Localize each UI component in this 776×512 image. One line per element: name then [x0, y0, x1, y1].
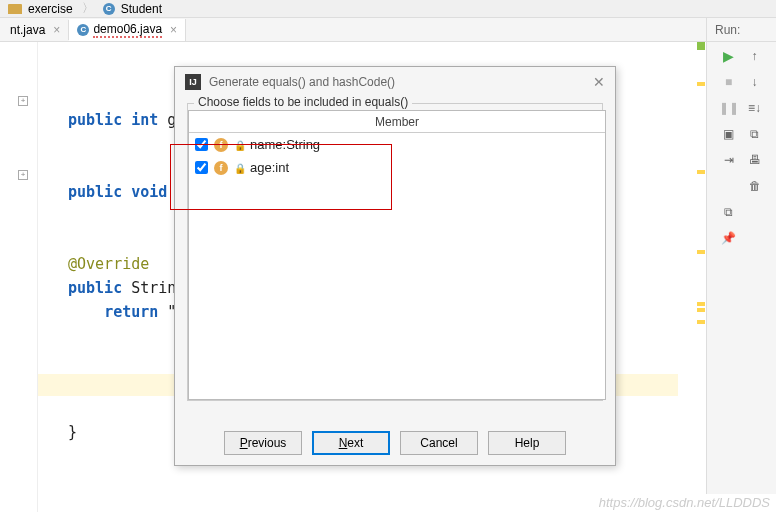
previous-button[interactable]: Previous [224, 431, 302, 455]
lock-icon: 🔒 [234, 140, 244, 150]
keyword: public void [68, 183, 167, 201]
tab-nt-java[interactable]: nt.java × [2, 20, 69, 40]
keyword: public int [68, 111, 158, 129]
fields-fieldset: Choose fields to be included in equals()… [187, 103, 603, 401]
camera-icon[interactable]: ▣ [721, 126, 737, 142]
field-label: age:int [250, 160, 289, 175]
close-icon[interactable]: × [53, 23, 60, 37]
fieldset-label: Choose fields to be included in equals() [194, 95, 412, 109]
run-header: Run: [707, 18, 776, 42]
tab-demo06-java[interactable]: C demo06.java × [69, 19, 186, 41]
trash-icon[interactable]: 🗑 [747, 178, 763, 194]
pause-icon[interactable]: ❚❚ [721, 100, 737, 116]
layout-icon[interactable]: ⧉ [747, 126, 763, 142]
exit-icon[interactable]: ⇥ [721, 152, 737, 168]
down-icon[interactable]: ↓ [747, 74, 763, 90]
field-row-age[interactable]: f 🔒 age:int [189, 156, 605, 179]
breadcrumb-separator: 〉 [82, 0, 94, 17]
breadcrumb-folder[interactable]: exercise [28, 2, 73, 16]
warning-marker[interactable] [697, 170, 705, 174]
editor-tabs: nt.java × C demo06.java × [0, 18, 776, 42]
help-button[interactable]: Help [488, 431, 566, 455]
breadcrumb-class[interactable]: Student [121, 2, 162, 16]
pin-icon[interactable]: 📌 [721, 230, 737, 246]
warning-marker[interactable] [697, 82, 705, 86]
warning-marker[interactable] [697, 302, 705, 306]
gutter: + + [0, 42, 38, 512]
code-editor[interactable]: public int g public void @Override publi… [38, 42, 176, 512]
dialog-body: Choose fields to be included in equals()… [175, 97, 615, 407]
generate-equals-hashcode-dialog: IJ Generate equals() and hashCode() ✕ Ch… [174, 66, 616, 466]
status-marker-ok[interactable] [697, 42, 705, 50]
field-checkbox[interactable] [195, 138, 208, 151]
class-icon: C [77, 24, 89, 36]
field-badge-icon: f [214, 161, 228, 175]
next-button[interactable]: Next [312, 431, 390, 455]
field-badge-icon: f [214, 138, 228, 152]
fold-icon[interactable]: + [18, 96, 28, 106]
field-checkbox[interactable] [195, 161, 208, 174]
settings-icon[interactable]: ⧉ [721, 204, 737, 220]
keyword: return [104, 303, 158, 321]
close-icon[interactable]: × [170, 23, 177, 37]
warning-marker[interactable] [697, 250, 705, 254]
stop-disabled-icon[interactable]: ■ [721, 74, 737, 90]
intellij-icon: IJ [185, 74, 201, 90]
folder-icon [8, 4, 22, 14]
run-icon[interactable]: ▶ [721, 48, 737, 64]
dialog-footer: Previous Next Cancel Help [175, 431, 615, 455]
run-title: Run: [715, 23, 740, 37]
fold-icon[interactable]: + [18, 170, 28, 180]
keyword: public [68, 279, 122, 297]
field-label: name:String [250, 137, 320, 152]
error-stripe [694, 42, 706, 492]
tab-label: nt.java [10, 23, 45, 37]
dialog-title-text: Generate equals() and hashCode() [209, 75, 395, 89]
warning-marker[interactable] [697, 308, 705, 312]
class-icon: C [103, 3, 115, 15]
run-toolbar: ▶ ↑ ■ ↓ ❚❚ ≡↓ ▣ ⧉ ⇥ 🖶 🗑 ⧉ 📌 [707, 42, 776, 246]
close-icon[interactable]: ✕ [593, 74, 605, 90]
breadcrumb-bar: exercise 〉 C Student [0, 0, 776, 18]
dialog-titlebar[interactable]: IJ Generate equals() and hashCode() ✕ [175, 67, 615, 97]
print-icon[interactable]: 🖶 [747, 152, 763, 168]
lock-icon: 🔒 [234, 163, 244, 173]
up-icon[interactable]: ↑ [747, 48, 763, 64]
run-tool-window: Run: ▶ ↑ ■ ↓ ❚❚ ≡↓ ▣ ⧉ ⇥ 🖶 🗑 ⧉ [706, 18, 776, 494]
tab-label: demo06.java [93, 22, 162, 38]
warning-marker[interactable] [697, 320, 705, 324]
annotation: @Override [68, 255, 149, 273]
filter-icon[interactable]: ≡↓ [747, 100, 763, 116]
watermark: https://blog.csdn.net/LLDDDS [599, 495, 770, 510]
field-row-name[interactable]: f 🔒 name:String [189, 133, 605, 156]
cancel-button[interactable]: Cancel [400, 431, 478, 455]
column-header-member[interactable]: Member [189, 111, 605, 133]
field-table: Member f 🔒 name:String f 🔒 age:int [188, 110, 606, 400]
